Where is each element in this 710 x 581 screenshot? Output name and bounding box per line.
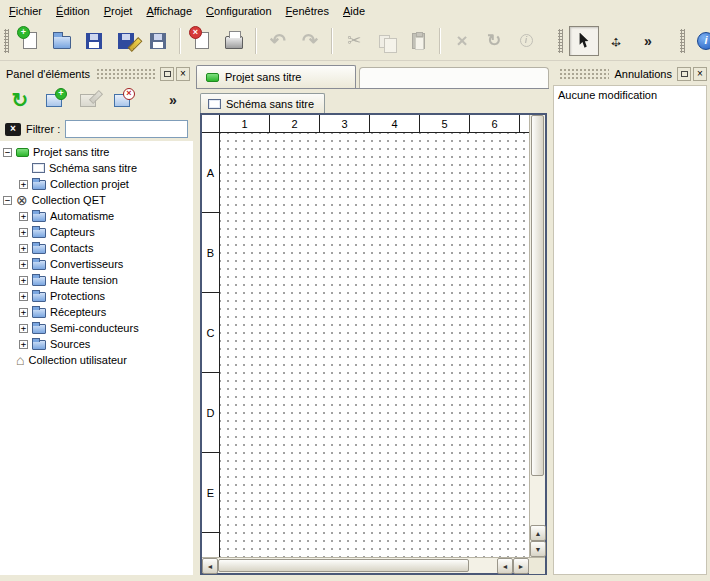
about-button[interactable] bbox=[691, 26, 710, 56]
vscroll-thumb[interactable] bbox=[531, 115, 544, 476]
tree-item-12[interactable]: +Sources bbox=[0, 336, 193, 352]
menu-item-0[interactable]: Fichier bbox=[2, 2, 49, 20]
save-as-button[interactable] bbox=[111, 26, 141, 56]
tree-item-0[interactable]: −Projet sans titre bbox=[0, 144, 193, 160]
hscroll-thumb[interactable] bbox=[218, 559, 469, 572]
menu-item-5[interactable]: Fenêtres bbox=[279, 2, 336, 20]
toolbar-handle-0[interactable] bbox=[4, 29, 9, 53]
scroll-right-button[interactable]: ► bbox=[513, 558, 529, 574]
toolbar-section-1: » bbox=[556, 23, 664, 59]
tree-item-label: Convertisseurs bbox=[50, 258, 123, 270]
tree-expander[interactable]: + bbox=[19, 276, 28, 285]
vertical-scrollbar[interactable]: ▲ ▼ bbox=[529, 115, 545, 557]
menu-item-2[interactable]: Projet bbox=[97, 2, 140, 20]
reload-collections-button[interactable]: ↻ bbox=[6, 86, 34, 114]
scroll-left-button[interactable]: ◄ bbox=[202, 558, 218, 574]
diagram-canvas[interactable]: 123456 ABCDE bbox=[202, 115, 529, 557]
menu-item-3[interactable]: Affichage bbox=[139, 2, 199, 20]
tab-schema-sans-titre[interactable]: Schéma sans titre bbox=[200, 93, 325, 113]
tree-item-10[interactable]: +Récepteurs bbox=[0, 304, 193, 320]
filter-row: Filtrer : bbox=[0, 117, 193, 141]
undo-button: ↶ bbox=[263, 26, 293, 56]
tree-expander[interactable]: + bbox=[19, 244, 28, 253]
tree-expander[interactable]: + bbox=[19, 292, 28, 301]
menu-item-1[interactable]: Édition bbox=[49, 2, 97, 20]
scroll-up-button[interactable]: ▲ bbox=[530, 525, 546, 541]
scroll-down-button[interactable]: ▼ bbox=[530, 541, 546, 557]
tree-item-6[interactable]: +Contacts bbox=[0, 240, 193, 256]
tree-item-1[interactable]: Schéma sans titre bbox=[0, 160, 193, 176]
tree-expander[interactable]: + bbox=[19, 324, 28, 333]
undo-panel-titlebar: Annulations × bbox=[556, 65, 707, 82]
toolbar-overflow-button[interactable]: » bbox=[633, 26, 663, 56]
tree-item-13[interactable]: ⌂Collection utilisateur bbox=[0, 352, 193, 368]
open-button[interactable] bbox=[47, 26, 77, 56]
ruler-columns: 123456 bbox=[220, 115, 520, 132]
tree-expander[interactable]: + bbox=[19, 260, 28, 269]
toolbar-handle-2[interactable] bbox=[680, 29, 685, 53]
delete-element-button[interactable] bbox=[108, 86, 136, 114]
scroll-down-icon: ▼ bbox=[535, 546, 542, 553]
tree-item-4[interactable]: +Automatisme bbox=[0, 208, 193, 224]
hscroll-track[interactable] bbox=[218, 558, 497, 573]
new-element-button[interactable] bbox=[40, 86, 68, 114]
tree-item-11[interactable]: +Semi-conducteurs bbox=[0, 320, 193, 336]
tree-expander[interactable]: + bbox=[19, 180, 28, 189]
schema-icon bbox=[208, 99, 221, 109]
paste-icon bbox=[412, 33, 425, 49]
menu-bar: FichierÉditionProjetAffichageConfigurati… bbox=[0, 0, 710, 21]
close-undo-panel-button[interactable]: × bbox=[693, 67, 707, 81]
tree-item-8[interactable]: +Haute tension bbox=[0, 272, 193, 288]
tree-expander[interactable]: + bbox=[19, 228, 28, 237]
diagram-grid[interactable] bbox=[220, 133, 529, 557]
paste-button bbox=[403, 26, 433, 56]
info-blue-icon bbox=[697, 32, 710, 50]
tab-projet-sans-titre[interactable]: Projet sans titre bbox=[196, 65, 356, 88]
close-file-button[interactable] bbox=[187, 26, 217, 56]
scroll-left-button-2[interactable]: ◄ bbox=[497, 558, 513, 574]
select-mode-button[interactable] bbox=[569, 26, 599, 56]
save-icon bbox=[86, 33, 102, 49]
undo-list[interactable]: Aucune modification bbox=[553, 85, 707, 575]
save-all-button[interactable] bbox=[143, 26, 173, 56]
scroll-right-icon: ► bbox=[518, 563, 525, 570]
float-panel-button[interactable] bbox=[160, 67, 174, 81]
tree-item-label: Sources bbox=[50, 338, 90, 350]
float-undo-panel-button[interactable] bbox=[677, 67, 691, 81]
qet-icon: ⊗ bbox=[16, 193, 28, 207]
tree-item-label: Schéma sans titre bbox=[49, 162, 137, 174]
save-button[interactable] bbox=[79, 26, 109, 56]
tree-item-3[interactable]: −⊗Collection QET bbox=[0, 192, 193, 208]
print-button[interactable] bbox=[219, 26, 249, 56]
close-panel-button[interactable]: × bbox=[176, 67, 190, 81]
dock-overflow-button[interactable]: » bbox=[159, 86, 187, 114]
vscroll-track[interactable] bbox=[530, 115, 545, 525]
tree-item-7[interactable]: +Convertisseurs bbox=[0, 256, 193, 272]
toolbar-separator bbox=[331, 28, 333, 54]
tree-expander[interactable]: + bbox=[19, 308, 28, 317]
tree-expander[interactable]: − bbox=[3, 148, 12, 157]
ruler-column-1: 1 bbox=[220, 115, 270, 132]
elem-delete-icon bbox=[114, 94, 130, 107]
tree-expander[interactable]: + bbox=[19, 212, 28, 221]
schema-tabbar: Schéma sans titre bbox=[200, 92, 547, 113]
print-icon bbox=[225, 36, 243, 49]
tree-item-label: Haute tension bbox=[50, 274, 118, 286]
close-icon: × bbox=[180, 69, 186, 79]
filter-input[interactable] bbox=[65, 120, 188, 138]
tree-expander[interactable]: + bbox=[19, 340, 28, 349]
clear-filter-icon[interactable] bbox=[5, 123, 21, 136]
horizontal-scrollbar[interactable]: ◄ ◄ ► bbox=[202, 557, 545, 573]
tree-expander[interactable]: − bbox=[3, 196, 12, 205]
dock-title-texture-right bbox=[559, 68, 609, 79]
tree-item-5[interactable]: +Capteurs bbox=[0, 224, 193, 240]
new-button[interactable] bbox=[15, 26, 45, 56]
refresh-icon: ↻ bbox=[12, 90, 29, 110]
tree-item-2[interactable]: +Collection projet bbox=[0, 176, 193, 192]
pan-mode-button[interactable] bbox=[601, 26, 631, 56]
elements-panel-title: Panel d'éléments bbox=[3, 68, 93, 80]
toolbar-handle-1[interactable] bbox=[558, 29, 563, 53]
tree-item-9[interactable]: +Protections bbox=[0, 288, 193, 304]
menu-item-6[interactable]: Aide bbox=[336, 2, 372, 20]
menu-item-4[interactable]: Configuration bbox=[199, 2, 278, 20]
